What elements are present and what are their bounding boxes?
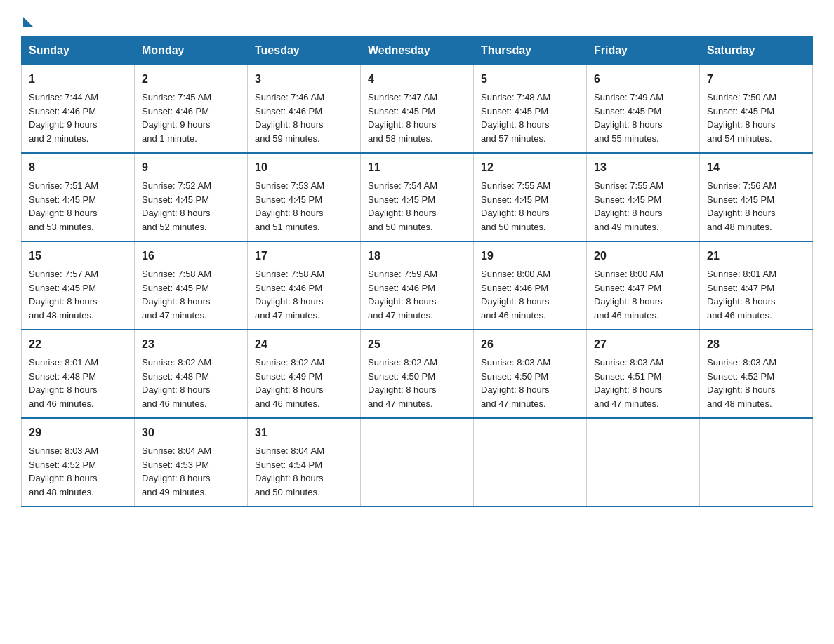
calendar-day-cell: 4 Sunrise: 7:47 AMSunset: 4:45 PMDayligh… bbox=[361, 65, 474, 153]
calendar-day-cell bbox=[700, 418, 813, 507]
calendar-day-cell: 1 Sunrise: 7:44 AMSunset: 4:46 PMDayligh… bbox=[22, 65, 135, 153]
calendar-day-cell: 10 Sunrise: 7:53 AMSunset: 4:45 PMDaylig… bbox=[248, 153, 361, 241]
day-number: 26 bbox=[481, 336, 579, 353]
day-number: 21 bbox=[707, 248, 805, 264]
calendar-header-row: SundayMondayTuesdayWednesdayThursdayFrid… bbox=[22, 37, 813, 65]
day-info: Sunrise: 7:55 AMSunset: 4:45 PMDaylight:… bbox=[594, 180, 663, 232]
day-number: 29 bbox=[29, 424, 127, 441]
day-number: 9 bbox=[142, 159, 240, 176]
day-of-week-header: Thursday bbox=[474, 37, 587, 65]
day-info: Sunrise: 7:47 AMSunset: 4:45 PMDaylight:… bbox=[368, 92, 437, 144]
page-header bbox=[21, 14, 813, 24]
day-info: Sunrise: 8:01 AMSunset: 4:47 PMDaylight:… bbox=[707, 269, 776, 321]
day-number: 13 bbox=[594, 159, 692, 176]
calendar-day-cell: 9 Sunrise: 7:52 AMSunset: 4:45 PMDayligh… bbox=[135, 153, 248, 241]
calendar-day-cell: 5 Sunrise: 7:48 AMSunset: 4:45 PMDayligh… bbox=[474, 65, 587, 153]
day-number: 5 bbox=[481, 71, 579, 88]
calendar-day-cell: 22 Sunrise: 8:01 AMSunset: 4:48 PMDaylig… bbox=[22, 330, 135, 418]
day-info: Sunrise: 7:54 AMSunset: 4:45 PMDaylight:… bbox=[368, 180, 437, 232]
calendar-week-row: 8 Sunrise: 7:51 AMSunset: 4:45 PMDayligh… bbox=[22, 153, 813, 241]
day-number: 19 bbox=[481, 248, 579, 264]
logo-arrow-icon bbox=[23, 17, 33, 27]
calendar-day-cell: 20 Sunrise: 8:00 AMSunset: 4:47 PMDaylig… bbox=[587, 241, 700, 330]
day-number: 28 bbox=[707, 336, 805, 353]
day-number: 3 bbox=[255, 71, 353, 88]
day-info: Sunrise: 7:48 AMSunset: 4:45 PMDaylight:… bbox=[481, 92, 550, 144]
day-number: 4 bbox=[368, 71, 466, 88]
calendar-day-cell: 2 Sunrise: 7:45 AMSunset: 4:46 PMDayligh… bbox=[135, 65, 248, 153]
day-number: 31 bbox=[255, 424, 353, 441]
day-of-week-header: Monday bbox=[135, 37, 248, 65]
calendar-day-cell: 27 Sunrise: 8:03 AMSunset: 4:51 PMDaylig… bbox=[587, 330, 700, 418]
day-info: Sunrise: 8:02 AMSunset: 4:50 PMDaylight:… bbox=[368, 357, 437, 409]
calendar-day-cell: 24 Sunrise: 8:02 AMSunset: 4:49 PMDaylig… bbox=[248, 330, 361, 418]
day-of-week-header: Friday bbox=[587, 37, 700, 65]
day-info: Sunrise: 7:56 AMSunset: 4:45 PMDaylight:… bbox=[707, 180, 776, 232]
day-info: Sunrise: 8:04 AMSunset: 4:54 PMDaylight:… bbox=[255, 445, 324, 497]
day-number: 24 bbox=[255, 336, 353, 353]
day-number: 8 bbox=[29, 159, 127, 176]
day-number: 14 bbox=[707, 159, 805, 176]
calendar-day-cell: 7 Sunrise: 7:50 AMSunset: 4:45 PMDayligh… bbox=[700, 65, 813, 153]
day-number: 16 bbox=[142, 248, 240, 264]
day-info: Sunrise: 8:04 AMSunset: 4:53 PMDaylight:… bbox=[142, 445, 211, 497]
calendar-day-cell: 14 Sunrise: 7:56 AMSunset: 4:45 PMDaylig… bbox=[700, 153, 813, 241]
day-number: 2 bbox=[142, 71, 240, 88]
day-info: Sunrise: 8:03 AMSunset: 4:52 PMDaylight:… bbox=[707, 357, 776, 409]
calendar-day-cell: 28 Sunrise: 8:03 AMSunset: 4:52 PMDaylig… bbox=[700, 330, 813, 418]
day-info: Sunrise: 7:59 AMSunset: 4:46 PMDaylight:… bbox=[368, 269, 437, 321]
day-info: Sunrise: 8:03 AMSunset: 4:50 PMDaylight:… bbox=[481, 357, 550, 409]
day-info: Sunrise: 7:58 AMSunset: 4:45 PMDaylight:… bbox=[142, 269, 211, 321]
calendar-day-cell: 18 Sunrise: 7:59 AMSunset: 4:46 PMDaylig… bbox=[361, 241, 474, 330]
day-number: 11 bbox=[368, 159, 466, 176]
day-number: 12 bbox=[481, 159, 579, 176]
day-number: 1 bbox=[29, 71, 127, 88]
day-info: Sunrise: 8:02 AMSunset: 4:49 PMDaylight:… bbox=[255, 357, 324, 409]
day-number: 20 bbox=[594, 248, 692, 264]
logo bbox=[21, 14, 33, 24]
day-info: Sunrise: 8:01 AMSunset: 4:48 PMDaylight:… bbox=[29, 357, 98, 409]
day-number: 22 bbox=[29, 336, 127, 353]
day-number: 25 bbox=[368, 336, 466, 353]
calendar-week-row: 29 Sunrise: 8:03 AMSunset: 4:52 PMDaylig… bbox=[22, 418, 813, 507]
calendar-day-cell: 17 Sunrise: 7:58 AMSunset: 4:46 PMDaylig… bbox=[248, 241, 361, 330]
calendar-week-row: 15 Sunrise: 7:57 AMSunset: 4:45 PMDaylig… bbox=[22, 241, 813, 330]
day-of-week-header: Saturday bbox=[700, 37, 813, 65]
calendar-day-cell: 12 Sunrise: 7:55 AMSunset: 4:45 PMDaylig… bbox=[474, 153, 587, 241]
day-of-week-header: Tuesday bbox=[248, 37, 361, 65]
day-info: Sunrise: 7:51 AMSunset: 4:45 PMDaylight:… bbox=[29, 180, 98, 232]
day-info: Sunrise: 7:50 AMSunset: 4:45 PMDaylight:… bbox=[707, 92, 776, 144]
calendar-day-cell: 16 Sunrise: 7:58 AMSunset: 4:45 PMDaylig… bbox=[135, 241, 248, 330]
day-info: Sunrise: 7:53 AMSunset: 4:45 PMDaylight:… bbox=[255, 180, 324, 232]
calendar-day-cell bbox=[587, 418, 700, 507]
day-number: 18 bbox=[368, 248, 466, 264]
day-of-week-header: Wednesday bbox=[361, 37, 474, 65]
calendar-day-cell: 26 Sunrise: 8:03 AMSunset: 4:50 PMDaylig… bbox=[474, 330, 587, 418]
day-number: 30 bbox=[142, 424, 240, 441]
day-info: Sunrise: 7:45 AMSunset: 4:46 PMDaylight:… bbox=[142, 92, 211, 144]
day-info: Sunrise: 7:52 AMSunset: 4:45 PMDaylight:… bbox=[142, 180, 211, 232]
day-info: Sunrise: 8:03 AMSunset: 4:52 PMDaylight:… bbox=[29, 445, 98, 497]
day-number: 23 bbox=[142, 336, 240, 353]
day-info: Sunrise: 7:58 AMSunset: 4:46 PMDaylight:… bbox=[255, 269, 324, 321]
day-info: Sunrise: 8:03 AMSunset: 4:51 PMDaylight:… bbox=[594, 357, 663, 409]
calendar-day-cell: 21 Sunrise: 8:01 AMSunset: 4:47 PMDaylig… bbox=[700, 241, 813, 330]
day-info: Sunrise: 7:55 AMSunset: 4:45 PMDaylight:… bbox=[481, 180, 550, 232]
day-info: Sunrise: 7:57 AMSunset: 4:45 PMDaylight:… bbox=[29, 269, 98, 321]
calendar-table: SundayMondayTuesdayWednesdayThursdayFrid… bbox=[21, 36, 813, 507]
day-of-week-header: Sunday bbox=[22, 37, 135, 65]
calendar-day-cell: 8 Sunrise: 7:51 AMSunset: 4:45 PMDayligh… bbox=[22, 153, 135, 241]
day-info: Sunrise: 8:02 AMSunset: 4:48 PMDaylight:… bbox=[142, 357, 211, 409]
day-number: 10 bbox=[255, 159, 353, 176]
day-number: 17 bbox=[255, 248, 353, 264]
calendar-day-cell: 30 Sunrise: 8:04 AMSunset: 4:53 PMDaylig… bbox=[135, 418, 248, 507]
calendar-day-cell: 29 Sunrise: 8:03 AMSunset: 4:52 PMDaylig… bbox=[22, 418, 135, 507]
calendar-day-cell: 15 Sunrise: 7:57 AMSunset: 4:45 PMDaylig… bbox=[22, 241, 135, 330]
calendar-day-cell bbox=[474, 418, 587, 507]
day-number: 7 bbox=[707, 71, 805, 88]
calendar-day-cell: 3 Sunrise: 7:46 AMSunset: 4:46 PMDayligh… bbox=[248, 65, 361, 153]
day-info: Sunrise: 7:46 AMSunset: 4:46 PMDaylight:… bbox=[255, 92, 324, 144]
day-info: Sunrise: 7:49 AMSunset: 4:45 PMDaylight:… bbox=[594, 92, 663, 144]
day-number: 27 bbox=[594, 336, 692, 353]
day-info: Sunrise: 7:44 AMSunset: 4:46 PMDaylight:… bbox=[29, 92, 98, 144]
